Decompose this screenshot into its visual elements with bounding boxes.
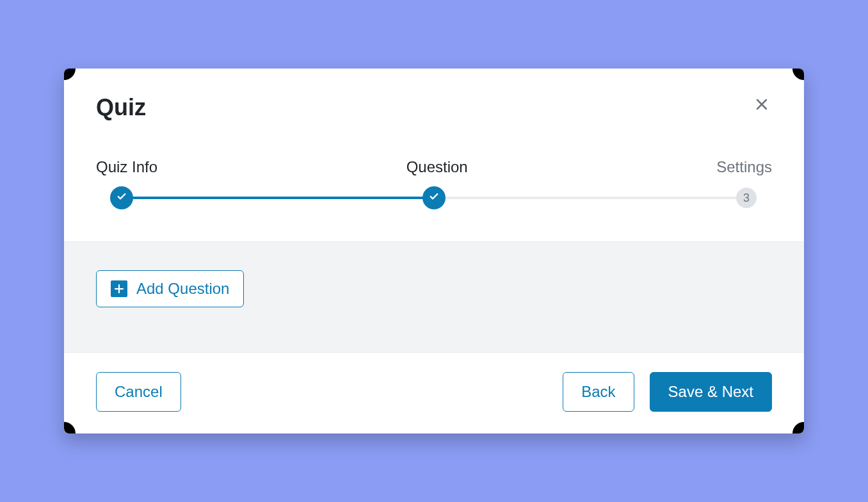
step-label-question: Question (406, 158, 468, 176)
modal-body: Add Question (64, 241, 804, 353)
modal-header: Quiz (64, 69, 804, 121)
add-question-button[interactable]: Add Question (96, 270, 244, 307)
stepper-labels: Quiz Info Question Settings (96, 158, 772, 176)
plus-icon (111, 280, 127, 297)
check-icon (117, 191, 127, 205)
step-label-quiz-info: Quiz Info (96, 158, 157, 176)
back-button[interactable]: Back (563, 372, 634, 412)
close-button[interactable] (751, 94, 772, 117)
modal-title: Quiz (96, 94, 146, 121)
add-question-label: Add Question (136, 280, 229, 298)
modal-footer: Cancel Back Save & Next (64, 353, 804, 433)
step-node-3[interactable]: 3 (736, 188, 757, 208)
step-label-settings: Settings (716, 158, 772, 176)
footer-right-group: Back Save & Next (563, 372, 772, 412)
step-node-1[interactable] (110, 186, 133, 209)
check-icon (429, 191, 439, 205)
quiz-modal: Quiz Quiz Info Question Settings (64, 69, 804, 433)
track-line-progress (122, 197, 434, 199)
step-node-2[interactable] (422, 186, 446, 209)
close-icon (754, 97, 769, 114)
stepper: Quiz Info Question Settings (64, 121, 804, 241)
save-next-button[interactable]: Save & Next (650, 372, 772, 412)
step-number: 3 (743, 191, 750, 205)
cancel-button[interactable]: Cancel (96, 372, 181, 412)
stepper-track: 3 (122, 186, 746, 209)
